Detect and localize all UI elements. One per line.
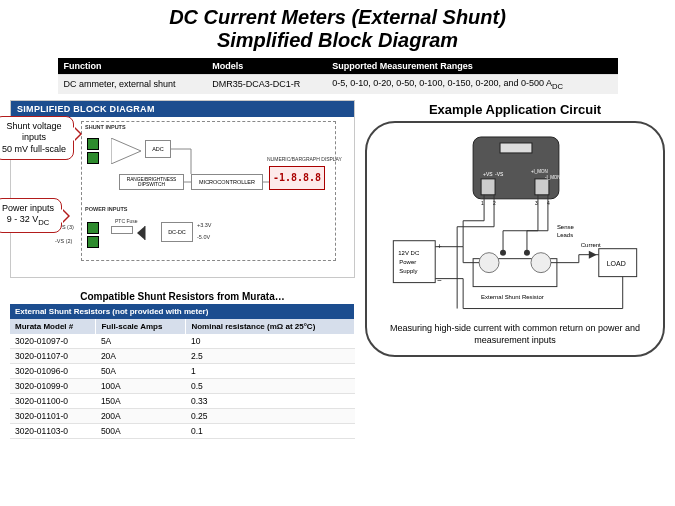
spec-table: Function Models Supported Measurement Ra… [58, 58, 618, 94]
port-vs-neg [87, 236, 99, 248]
spec-h2: Models [206, 58, 326, 75]
svg-text:+I_MON: +I_MON [531, 169, 548, 174]
svg-marker-0 [111, 138, 141, 164]
table-row: 3020-01103-0500A0.1 [10, 423, 355, 438]
block-mcu: MICROCONTROLLER [191, 174, 263, 190]
spec-range: 0-5, 0-10, 0-20, 0-50, 0-100, 0-150, 0-2… [326, 75, 617, 94]
svg-text:Current: Current [581, 241, 601, 247]
table-row: 3020-01100-0150A0.33 [10, 393, 355, 408]
block-diagram-heading: SIMPLIFIED BLOCK DIAGRAM [11, 101, 354, 117]
label-power-inputs: POWER INPUTS [85, 206, 127, 212]
svg-text:+VS: +VS [483, 171, 493, 177]
svg-rect-8 [500, 143, 532, 153]
spec-h1: Function [58, 58, 207, 75]
svg-point-27 [531, 252, 551, 272]
table-row: 3020-01099-0100A0.5 [10, 378, 355, 393]
shunt-table: External Shunt Resistors (not provided w… [10, 304, 355, 439]
table-row: 3020-01101-0200A0.25 [10, 408, 355, 423]
svg-rect-9 [481, 179, 495, 195]
label-ptc: PTC Fuse [115, 218, 138, 224]
block-dip: RANGE/BRIGHTNESS DIPSWITCH [119, 174, 184, 190]
svg-text:Power: Power [399, 258, 416, 264]
app-circuit-title: Example Application Circuit [365, 100, 665, 121]
svg-text:-VS: -VS [495, 171, 504, 177]
svg-text:2: 2 [493, 200, 496, 206]
block-adc: ADC [145, 140, 171, 158]
spec-h3: Supported Measurement Ranges [326, 58, 617, 75]
table-row: 3020-01096-050A1 [10, 363, 355, 378]
spec-model: DMR35-DCA3-DC1-R [206, 75, 326, 94]
svg-text:External Shunt Resistor: External Shunt Resistor [481, 293, 544, 299]
port-imon-neg [87, 152, 99, 164]
svg-marker-1 [137, 226, 145, 240]
svg-text:Supply: Supply [399, 267, 417, 273]
shunt-th-res: Nominal resistance (mΩ at 25°C) [186, 319, 355, 334]
svg-text:4: 4 [547, 200, 550, 206]
block-dcdc: DC-DC [161, 222, 193, 242]
callout-power: Power inputs9 - 32 VDC [0, 198, 62, 233]
svg-text:Leads: Leads [557, 232, 573, 238]
shunt-table-caption: Compatible Shunt Resistors from Murata… [10, 288, 355, 304]
spec-func: DC ammeter, external shunt [58, 75, 207, 94]
table-row: 3020-01097-05A10 [10, 334, 355, 349]
svg-point-26 [479, 252, 499, 272]
label-shunt-inputs: SHUNT INPUTS [85, 124, 126, 130]
label-display: NUMERIC/BARGRAPH DISPLAY [267, 156, 342, 162]
svg-text:Sense: Sense [557, 224, 575, 230]
page-title-1: DC Current Meters (External Shunt) [169, 6, 506, 28]
svg-text:12V DC: 12V DC [398, 249, 420, 255]
svg-text:+: + [437, 241, 442, 250]
app-circuit-caption: Measuring high-side current with common … [377, 320, 653, 349]
shunt-th-title: External Shunt Resistors (not provided w… [10, 304, 355, 319]
block-display: -1.8.8.8 [269, 166, 325, 190]
callout-shunt: Shunt voltageinputs50 mV full-scale [0, 116, 74, 160]
port-vs [87, 222, 99, 234]
label-vs2: -VS (2) [55, 238, 72, 244]
page-title-2: Simplified Block Diagram [217, 29, 458, 51]
svg-text:-I_MON: -I_MON [545, 175, 561, 180]
label-33v: +3.3V [197, 222, 212, 228]
shunt-th-model: Murata Model # [10, 319, 96, 334]
svg-rect-10 [535, 179, 549, 195]
label-50v: -5.0V [197, 234, 210, 240]
shunt-th-amps: Full-scale Amps [96, 319, 186, 334]
block-ptc [111, 226, 133, 234]
app-circuit-frame: +VS -VS +I_MON -I_MON 12 34 12V DC Power… [365, 121, 665, 357]
table-row: 3020-01107-020A2.5 [10, 348, 355, 363]
svg-text:−: − [437, 275, 442, 284]
svg-text:LOAD: LOAD [607, 259, 626, 266]
